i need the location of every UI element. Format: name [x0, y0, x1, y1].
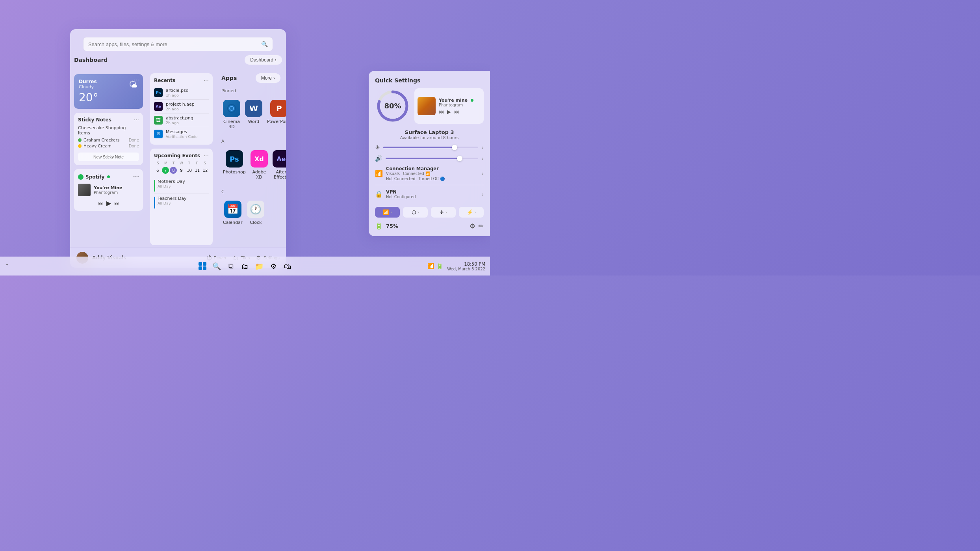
volume-slider[interactable] [386, 158, 478, 159]
app-cinema4d[interactable]: Cinema 4D [221, 97, 242, 132]
play-button[interactable]: ▶ [106, 199, 111, 207]
prev-button[interactable]: ⏮ [98, 200, 103, 207]
event-name-2: Teachers Day [158, 196, 209, 201]
event-item-1[interactable]: Mothers Day All Day [154, 177, 209, 194]
bluetooth-toggle[interactable]: ⬡ › [403, 207, 428, 218]
taskbar-widgets-icon[interactable]: 🗂 [240, 261, 250, 271]
qs-volume-row: 🔊 › [375, 155, 484, 162]
cal-days-header: SMTWTFS [154, 161, 209, 165]
taskbar-search-icon[interactable]: 🔍 [212, 261, 222, 271]
search-bar[interactable]: 🔍 [83, 37, 273, 51]
dashboard-button[interactable]: Dashboard › [245, 55, 282, 65]
brightness-icon: ☀ [375, 144, 380, 151]
svg-point-0 [228, 104, 236, 112]
note-dot-green [78, 138, 82, 142]
app-name-adobexd: Adobe XD [251, 169, 268, 180]
events-title: Upcoming Events [154, 153, 200, 158]
taskbar-settings-icon[interactable]: ⚙ [268, 261, 278, 271]
weather-card[interactable]: ··· Durres Cloudy 20° 🌤 [74, 74, 143, 109]
recents-dots[interactable]: ··· [204, 77, 209, 84]
recent-item-4[interactable]: ✉ Messages Verification Code [154, 127, 209, 141]
section-c-apps-grid: 📅 Calendar 🕐 Clock [221, 197, 280, 228]
cal-day-6[interactable]: 6 [154, 167, 161, 174]
dashboard-label: Dashboard [74, 57, 108, 63]
app-icon-cinema4d [223, 100, 240, 117]
taskbar-center: 🔍 ⧉ 🗂 📁 ⚙ 🛍 [197, 261, 293, 271]
more-button[interactable]: More › [256, 73, 280, 83]
app-icon-photoshop: Ps [226, 150, 243, 168]
app-adobexd[interactable]: Xd Adobe XD [249, 147, 269, 183]
app-aftereffects[interactable]: Ae After Effects [271, 147, 286, 183]
taskbar-store-icon[interactable]: 🛍 [282, 261, 293, 271]
wifi-toggle[interactable]: 📶 › [375, 207, 400, 218]
app-name-calendar: Calendar [223, 220, 242, 225]
app-icon-clock: 🕐 [247, 201, 264, 218]
volume-thumb [457, 156, 462, 161]
section-a-apps-grid: Ps Photoshop Xd Adobe XD Ae After Effect… [221, 147, 280, 183]
brightness-arrow[interactable]: › [481, 144, 484, 151]
taskbar-task-view-icon[interactable]: ⧉ [226, 261, 236, 271]
qs-connection-row: 📶 Connection Manager Visuals Connected 📶… [375, 166, 484, 185]
app-word[interactable]: W Word [243, 97, 264, 132]
recent-name-4: Messages [166, 129, 209, 134]
volume-arrow[interactable]: › [481, 155, 484, 162]
cal-day-11[interactable]: 11 [194, 167, 201, 174]
middle-panel: Recents ··· Ps article.psd 1h ago Ae pro… [147, 71, 216, 248]
connection-arrow[interactable]: › [481, 170, 484, 177]
taskbar-wifi-icon[interactable]: 📶 [427, 263, 434, 269]
cal-day-10[interactable]: 10 [186, 167, 193, 174]
cal-day-8[interactable]: 8 [170, 167, 177, 174]
search-input[interactable] [88, 41, 261, 47]
qs-now-playing-row: 80% You're mine Phantogram ⏮ ▶ ⏭ [375, 88, 484, 124]
recent-item-1[interactable]: Ps article.psd 1h ago [154, 86, 209, 100]
taskbar-files-icon[interactable]: 📁 [254, 261, 264, 271]
app-calendar[interactable]: 📅 Calendar [221, 197, 244, 228]
cal-day-12[interactable]: 12 [202, 167, 209, 174]
recent-item-2[interactable]: Ae project h.aep 2h ago [154, 100, 209, 114]
taskbar-system-tray-icon[interactable]: ⌃ [5, 263, 9, 269]
svg-rect-5 [199, 262, 202, 266]
events-dots[interactable]: ··· [204, 153, 209, 159]
note-dot-yellow [78, 144, 82, 148]
airplane-toggle[interactable]: ✈ › [431, 207, 456, 218]
qs-prev-button[interactable]: ⏮ [439, 109, 444, 115]
battery-ring-container: 80% [375, 88, 410, 124]
sticky-notes-dots[interactable]: ··· [134, 117, 139, 123]
recent-item-3[interactable]: 🖼 abstract.png 2h ago [154, 114, 209, 127]
extra-icon: ⚡ [467, 209, 473, 215]
extra-toggle[interactable]: ⚡ › [459, 207, 484, 218]
brightness-fill [383, 147, 455, 148]
qs-settings-gear[interactable]: ⚙ [470, 222, 475, 230]
quick-settings-panel: Quick Settings 80% You're mine Phantogra… [369, 71, 490, 236]
app-photoshop[interactable]: Ps Photoshop [221, 147, 247, 183]
qs-play-button[interactable]: ▶ [447, 109, 451, 115]
app-clock[interactable]: 🕐 Clock [245, 197, 266, 228]
new-sticky-button[interactable]: New Sticky Note [78, 153, 139, 161]
spotify-name: Spotify [85, 174, 104, 180]
cal-day-9[interactable]: 9 [178, 167, 185, 174]
app-icon-powerpoint: P [270, 100, 286, 117]
qs-next-button[interactable]: ⏭ [454, 109, 459, 115]
event-bar-2 [154, 197, 155, 208]
recent-name-3: abstract.png [166, 115, 209, 121]
bluetooth-icon: ⬡ [412, 209, 416, 215]
cal-day-7[interactable]: 7 [162, 167, 169, 174]
taskbar-start-icon[interactable] [197, 261, 208, 271]
calendar-mini: SMTWTFS 6 7 8 9 10 11 12 [154, 161, 209, 174]
connection-manager-label: Connection Manager [386, 166, 478, 171]
taskbar-battery-icon[interactable]: 🔋 [436, 263, 443, 269]
spotify-dots[interactable]: ··· [133, 173, 139, 181]
brightness-slider[interactable] [383, 147, 478, 148]
qs-battery-row: 🔋 75% ⚙ ✏ [375, 222, 484, 230]
taskbar-right: 📶 🔋 18:50 PM Wed, March 3 2022 [427, 261, 485, 271]
event-item-2[interactable]: Teachers Day All Day [154, 194, 209, 210]
vpn-arrow[interactable]: › [481, 191, 484, 197]
event-time-1: All Day [158, 184, 209, 188]
next-button[interactable]: ⏭ [114, 200, 120, 207]
taskbar-clock[interactable]: 18:50 PM Wed, March 3 2022 [447, 261, 485, 271]
taskbar-date: Wed, March 3 2022 [447, 267, 485, 271]
sticky-notes-card: Sticky Notes ··· Cheesecake Shopping Ite… [74, 113, 143, 165]
app-powerpoint[interactable]: P PowerPoint [265, 97, 286, 132]
battery-percentage: 75% [386, 223, 466, 229]
qs-edit-icon[interactable]: ✏ [479, 222, 484, 230]
